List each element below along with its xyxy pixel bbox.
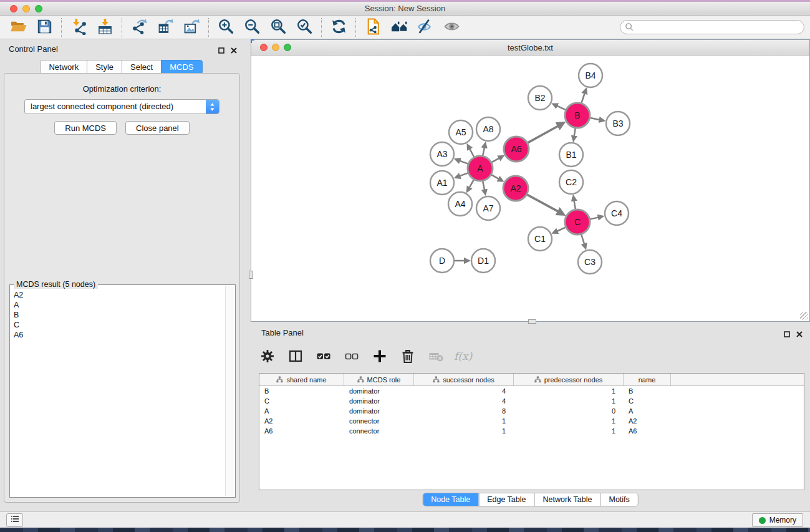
edge-A-A6[interactable]	[492, 158, 499, 162]
tab-edge-table[interactable]: Edge Table	[478, 493, 534, 506]
table-cell[interactable]: 0	[514, 406, 624, 416]
node-A8[interactable]: A8	[476, 117, 500, 141]
table-cell[interactable]: dominator	[344, 396, 414, 406]
resize-grip-icon[interactable]	[800, 312, 808, 320]
node-D[interactable]: D	[430, 249, 454, 273]
edge-A-A3[interactable]	[460, 161, 468, 164]
tab-node-table[interactable]: Node Table	[423, 493, 478, 506]
edge-B-B1[interactable]	[574, 128, 576, 136]
tab-network[interactable]: Network	[40, 60, 87, 74]
split-view-button[interactable]	[287, 349, 304, 365]
app-titlebar[interactable]: Session: New Session	[0, 2, 810, 16]
table-cell[interactable]: 1	[514, 396, 624, 406]
mcds-result-item[interactable]: A2	[14, 290, 224, 300]
node-A7[interactable]: A7	[476, 196, 500, 220]
edge-C-C4[interactable]	[591, 218, 599, 220]
node-A3[interactable]: A3	[430, 142, 454, 166]
close-panel-button[interactable]: Close panel	[125, 121, 190, 135]
close-table-panel-icon[interactable]	[796, 329, 803, 340]
node-A6[interactable]: A6	[504, 137, 529, 162]
table-cell[interactable]: 1	[414, 416, 514, 426]
zoom-in-button[interactable]	[213, 17, 238, 38]
node-A1[interactable]: A1	[430, 171, 454, 195]
table-cell[interactable]: A6	[259, 426, 344, 436]
column-header[interactable]: predecessor nodes	[514, 374, 624, 385]
scrollbar-track[interactable]	[225, 286, 234, 496]
table-cell[interactable]: B	[624, 386, 671, 396]
node-C3[interactable]: C3	[578, 250, 602, 274]
close-panel-icon[interactable]	[231, 45, 237, 56]
edge-C-C1[interactable]	[557, 228, 566, 231]
node-B3[interactable]: B3	[606, 112, 630, 135]
edge-A-A5[interactable]	[470, 149, 474, 157]
table-cell[interactable]: 4	[414, 396, 514, 406]
node-A[interactable]: A	[468, 156, 493, 181]
mcds-result-item[interactable]: C	[14, 320, 224, 330]
table-cell[interactable]: 8	[414, 406, 514, 416]
delete-column-button[interactable]	[400, 349, 416, 365]
node-C2[interactable]: C2	[559, 170, 583, 194]
table-cell[interactable]: 1	[414, 426, 514, 436]
float-table-panel-icon[interactable]	[784, 329, 790, 340]
edge-A-A7[interactable]	[483, 181, 485, 190]
export-image-button[interactable]	[179, 17, 204, 38]
tab-motifs[interactable]: Motifs	[600, 493, 637, 506]
node-C[interactable]: C	[565, 210, 590, 235]
table-cell[interactable]: A	[259, 406, 344, 416]
table-row[interactable]: Bdominator41B	[259, 386, 804, 396]
table-cell[interactable]: 1	[514, 386, 624, 396]
node-C1[interactable]: C1	[528, 227, 552, 251]
column-header[interactable]: shared name	[259, 374, 344, 385]
import-table-button[interactable]	[92, 17, 117, 38]
tab-style[interactable]: Style	[87, 60, 122, 74]
edge-A-A1[interactable]	[460, 173, 468, 176]
table-cell[interactable]: A2	[259, 416, 344, 426]
float-panel-icon[interactable]	[218, 45, 224, 56]
edge-A6-B[interactable]	[528, 126, 557, 143]
add-column-button[interactable]	[372, 349, 388, 365]
task-history-button[interactable]	[6, 513, 23, 527]
edge-C-C3[interactable]	[581, 235, 584, 244]
edge-C-C2[interactable]	[574, 201, 576, 209]
tab-mcds[interactable]: MCDS	[161, 60, 202, 74]
table-row[interactable]: Adominator80A	[259, 406, 804, 416]
tab-network-table[interactable]: Network Table	[534, 493, 600, 506]
table-cell[interactable]: B	[259, 386, 344, 396]
edge-B-B4[interactable]	[582, 94, 585, 103]
refresh-button[interactable]	[326, 17, 351, 38]
network-canvas[interactable]: AA1A2A3A4A5A6A7A8BB1B2B3B4CC1C2C3C4DD1	[251, 56, 809, 321]
mcds-result-item[interactable]: B	[14, 310, 224, 320]
edge-A-A2[interactable]	[491, 175, 498, 178]
table-cell[interactable]: 1	[514, 426, 624, 436]
import-network-button[interactable]	[66, 17, 91, 38]
table-cell[interactable]: dominator	[344, 406, 414, 416]
open-folder-button[interactable]	[6, 17, 31, 38]
show-eye-button[interactable]	[439, 17, 464, 38]
table-row[interactable]: A2connector11A2	[259, 416, 804, 426]
node-A2[interactable]: A2	[503, 176, 528, 201]
table-cell[interactable]: A6	[624, 426, 671, 436]
run-mcds-button[interactable]: Run MCDS	[54, 121, 117, 135]
node-D1[interactable]: D1	[471, 249, 495, 273]
column-header[interactable]: MCDS role	[344, 374, 414, 385]
mcds-result-item[interactable]: A6	[14, 330, 224, 340]
select-all-button[interactable]	[316, 349, 332, 365]
zoom-selected-button[interactable]	[292, 17, 317, 38]
network-from-selection-button[interactable]	[360, 17, 385, 38]
save-session-button[interactable]	[32, 17, 57, 38]
table-cell[interactable]: A	[624, 406, 671, 416]
edge-B-B3[interactable]	[591, 118, 600, 120]
edge-A2-C[interactable]	[527, 195, 557, 211]
zoom-out-button[interactable]	[239, 17, 264, 38]
edge-B-B2[interactable]	[557, 106, 566, 110]
column-header[interactable]: name	[624, 374, 671, 385]
node-B4[interactable]: B4	[579, 64, 602, 87]
column-header[interactable]: successor nodes	[414, 374, 514, 385]
tab-select[interactable]: Select	[122, 60, 162, 74]
table-cell[interactable]: C	[259, 396, 344, 406]
splitter-handle-bottom[interactable]	[528, 319, 536, 324]
table-cell[interactable]: A2	[624, 416, 671, 426]
table-cell[interactable]: connector	[344, 416, 414, 426]
table-cell[interactable]: 4	[414, 386, 514, 396]
export-table-button[interactable]	[153, 17, 178, 38]
